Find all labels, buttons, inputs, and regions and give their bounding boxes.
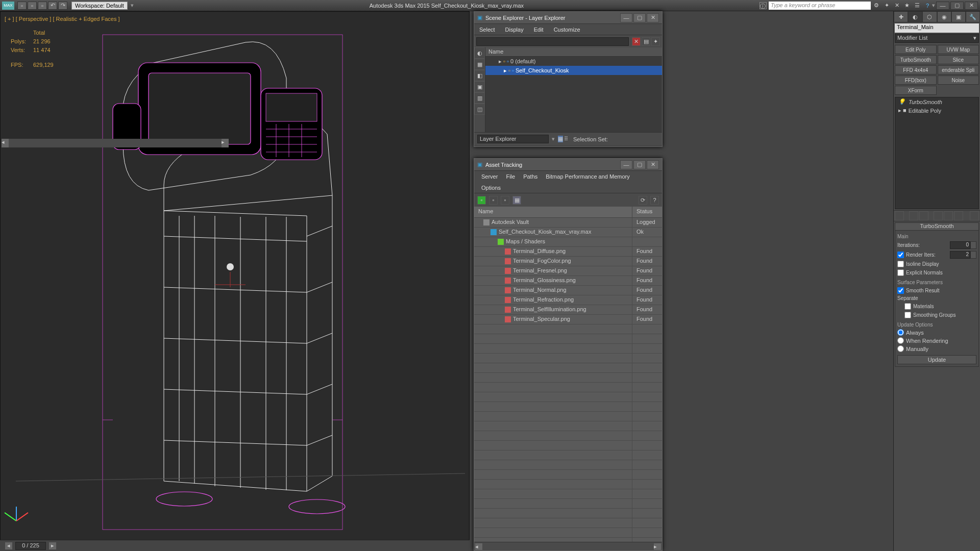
modifier-stack[interactable]: 💡TurboSmooth ▸ ■Editable Poly xyxy=(895,97,979,209)
vtool-6-icon[interactable]: ◫ xyxy=(474,104,485,115)
asset-tool-4-icon[interactable]: ▦ xyxy=(512,196,521,205)
scene-tree-item[interactable]: ▸ ▫ ▫ 0 (default) xyxy=(485,57,662,66)
sfs-hscroll[interactable]: ◂▸ xyxy=(2,139,229,147)
stack-tool-icon[interactable] xyxy=(944,211,953,220)
explicit-checkbox[interactable] xyxy=(897,269,904,276)
modifier-button[interactable]: Edit Poly xyxy=(895,45,937,54)
help-icon[interactable]: ? xyxy=(923,2,932,10)
iterations-spinner[interactable]: 0 xyxy=(950,241,970,249)
asset-row[interactable]: Terminal_SelfIllumination.pngFound xyxy=(474,305,662,315)
explorer-mode-dropdown[interactable]: Layer Explorer xyxy=(477,135,549,143)
cmd-tab-create-icon[interactable]: ✚ xyxy=(894,11,908,22)
tb-icon-5[interactable]: ☰ xyxy=(913,2,922,10)
col-status[interactable]: Status xyxy=(632,207,662,217)
asset-row[interactable]: Terminal_Refraction.pngFound xyxy=(474,295,662,305)
open-icon[interactable]: ▫ xyxy=(28,2,37,10)
footer-icon-2[interactable]: ⠿ xyxy=(564,136,568,142)
info-icon[interactable]: ⓘ xyxy=(760,2,767,9)
cmd-tab-motion-icon[interactable]: ◉ xyxy=(937,11,951,22)
timeline-next-icon[interactable]: ▸ xyxy=(49,542,56,549)
panel-max-button[interactable]: ▢ xyxy=(633,13,646,22)
viewport-label[interactable]: [ + ] [ Perspective ] [ Realistic + Edge… xyxy=(5,16,120,22)
vtool-5-icon[interactable]: ▥ xyxy=(474,92,485,104)
asset-row[interactable]: Autodesk VaultLogged xyxy=(474,218,662,228)
tb-icon-4[interactable]: ★ xyxy=(902,2,912,10)
tree-name-header[interactable]: Name xyxy=(485,47,662,57)
asset-tool-3-icon[interactable]: ▫ xyxy=(501,196,509,205)
rollout-turbosmooth-header[interactable]: TurboSmooth xyxy=(895,222,979,231)
menu-options[interactable]: Options xyxy=(477,183,505,192)
asset-row[interactable]: Terminal_Normal.pngFound xyxy=(474,286,662,295)
menu-server[interactable]: Server xyxy=(477,172,502,181)
stack-config-icon[interactable] xyxy=(970,211,979,220)
update-button[interactable]: Update xyxy=(897,355,976,364)
smgroups-checkbox[interactable] xyxy=(904,312,911,318)
close-button[interactable]: ✕ xyxy=(965,2,978,10)
scene-tree-item[interactable]: ▸ ▫ ▫ Self_Checkout_Kiosk xyxy=(485,66,662,75)
clear-search-icon[interactable]: ✕ xyxy=(632,37,641,46)
tb-icon-3[interactable]: ✕ xyxy=(892,2,901,10)
stack-tool-icon[interactable] xyxy=(909,211,918,220)
vtool-2-icon[interactable]: ▦ xyxy=(474,59,485,70)
panel-min-button[interactable]: — xyxy=(620,160,632,169)
asset-row[interactable]: Terminal_Fresnel.pngFound xyxy=(474,266,662,276)
asset-tool-2-icon[interactable]: ▫ xyxy=(489,196,498,205)
stack-tool-icon[interactable] xyxy=(919,211,928,220)
menu-select[interactable]: Select xyxy=(474,27,500,33)
menu-display[interactable]: Display xyxy=(500,27,529,33)
modifier-button[interactable]: FFD(box) xyxy=(895,76,937,85)
redo-icon[interactable]: ↷ xyxy=(58,2,67,10)
tb-icon-2[interactable]: ✦ xyxy=(882,2,891,10)
save-icon[interactable]: ▫ xyxy=(38,2,47,10)
modifier-button[interactable]: FFD 4x4x4 xyxy=(895,65,937,74)
stack-tool-icon[interactable] xyxy=(934,211,943,220)
maximize-button[interactable]: ▢ xyxy=(950,2,964,10)
modifier-button[interactable]: Noise xyxy=(938,76,979,85)
col-name[interactable]: Name xyxy=(474,207,632,217)
spinner-arrows[interactable] xyxy=(970,241,976,249)
panel-min-button[interactable]: — xyxy=(620,13,632,22)
stack-tool-icon[interactable] xyxy=(954,211,963,220)
help-search-input[interactable]: Type a keyword or phrase xyxy=(769,2,871,10)
minimize-button[interactable]: — xyxy=(936,2,949,10)
cmd-tab-hierarchy-icon[interactable]: ⬡ xyxy=(922,11,937,22)
menu-customize[interactable]: Customize xyxy=(549,27,585,33)
scene-search-input[interactable] xyxy=(476,37,629,46)
footer-icon-1[interactable]: ▦ xyxy=(558,136,563,142)
pin-icon[interactable] xyxy=(895,211,904,220)
new-icon[interactable]: ▫ xyxy=(17,2,27,10)
render-iters-checkbox[interactable] xyxy=(897,252,904,258)
modifier-button[interactable]: UVW Map xyxy=(938,45,979,54)
cmd-tab-modify-icon[interactable]: ◐ xyxy=(908,11,922,22)
manually-radio[interactable] xyxy=(897,345,904,352)
modifier-button[interactable]: enderable Spli xyxy=(938,65,979,74)
modifier-button[interactable]: XForm xyxy=(895,86,937,95)
spinner-arrows[interactable] xyxy=(970,251,976,259)
isoline-checkbox[interactable] xyxy=(897,261,904,267)
vtool-4-icon[interactable]: ▣ xyxy=(474,81,485,92)
menu-file[interactable]: File xyxy=(502,172,519,181)
asset-grid[interactable]: Name Status Autodesk VaultLoggedSelf_Che… xyxy=(474,207,662,542)
frame-display[interactable]: 0 / 225 xyxy=(15,542,46,550)
menu-paths[interactable]: Paths xyxy=(519,172,542,181)
tb-icon-1[interactable]: ⚙ xyxy=(872,2,881,10)
vtool-1-icon[interactable]: ◐ xyxy=(474,47,485,59)
menu-edit[interactable]: Edit xyxy=(529,27,549,33)
asset-row[interactable]: Self_Checkout_Kiosk_max_vray.maxOk xyxy=(474,228,662,237)
asset-refresh-icon[interactable]: ⟳ xyxy=(639,196,647,205)
panel-close-button[interactable]: ✕ xyxy=(647,160,659,169)
materials-checkbox[interactable] xyxy=(904,303,911,310)
filter-icon[interactable]: ▤ xyxy=(642,37,650,46)
smooth-result-checkbox[interactable] xyxy=(897,287,904,294)
config-icon[interactable]: ✦ xyxy=(651,37,660,46)
asset-hscroll[interactable]: ◂▸ xyxy=(474,542,662,550)
cmd-tab-display-icon[interactable]: ▣ xyxy=(951,11,966,22)
panel-close-button[interactable]: ✕ xyxy=(647,13,659,22)
timeline-prev-icon[interactable]: ◂ xyxy=(5,542,12,549)
object-name-field[interactable]: Terminal_Main xyxy=(895,23,979,33)
viewport[interactable]: [ + ] [ Perspective ] [ Realistic + Edge… xyxy=(0,11,470,542)
render-iters-spinner[interactable]: 2 xyxy=(950,251,970,259)
modifier-button[interactable]: Slice xyxy=(938,55,979,64)
asset-row[interactable]: Terminal_Specular.pngFound xyxy=(474,315,662,324)
always-radio[interactable] xyxy=(897,329,904,336)
